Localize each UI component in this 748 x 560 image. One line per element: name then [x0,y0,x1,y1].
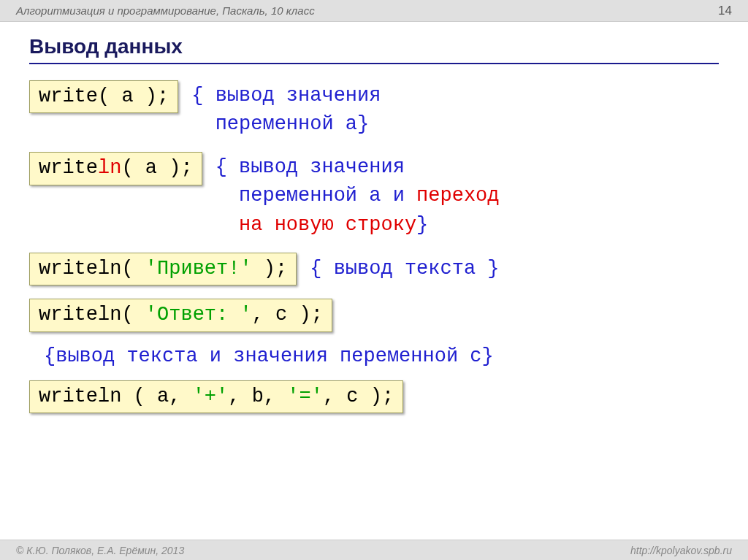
row-writeln-answer: writeln( 'Ответ: ', c ); [29,299,719,331]
code-text: write( a ); [39,85,169,107]
page-number: 14 [718,4,732,18]
code-text: , c ); [252,304,323,326]
code-text: , c ); [323,386,394,407]
code-ln: ln [98,157,121,179]
code-text: writeln ( a, [39,386,193,407]
footer-bar: © К.Ю. Поляков, Е.А. Ерёмин, 2013 http:/… [0,540,748,560]
code-text: ); [252,258,288,280]
footer-url: http://kpolyakov.spb.ru [630,545,732,556]
code-writeln-expr: writeln ( a, '+', b, '=', c ); [29,380,403,413]
comment-line: переменной a} [191,110,381,139]
code-text: ( a ); [121,157,192,179]
row-writeln-expr: writeln ( a, '+', b, '=', c ); [29,380,719,413]
code-string: '+' [193,386,229,407]
code-writeln-text: writeln( 'Привет!' ); [29,253,297,285]
row-writeln: writeln( a ); { вывод значения переменно… [29,152,719,239]
comment-line: { вывод значения [191,82,381,110]
comment-writeln: { вывод значения переменной a и переход … [215,152,500,239]
code-text: write [39,157,98,179]
comment-text-and-var: {вывод текста и значения переменной c} [44,345,719,367]
header-title: Алгоритмизация и программирование, Паска… [16,4,315,17]
code-text: writeln( [39,258,145,280]
code-writeln: writeln( a ); [29,152,202,185]
code-string: '=' [287,386,323,407]
code-text: , b, [228,386,287,407]
slide-title: Вывод данных [29,35,719,64]
row-write: write( a ); { вывод значения переменной … [29,80,719,139]
row-writeln-text: writeln( 'Привет!' ); { вывод текста } [29,253,719,285]
code-write: write( a ); [29,80,178,113]
comment-line: переменной a и переход [215,182,500,210]
comment-write: { вывод значения переменной a} [191,80,381,139]
code-writeln-answer: writeln( 'Ответ: ', c ); [29,299,332,331]
comment-writeln-text: { вывод текста } [310,255,499,283]
header-bar: Алгоритмизация и программирование, Паска… [0,0,748,22]
footer-copyright: © К.Ю. Поляков, Е.А. Ерёмин, 2013 [16,545,184,556]
comment-line: на новую строку} [215,211,500,239]
content: Вывод данных write( a ); { вывод значени… [0,22,748,413]
code-text: writeln( [39,304,145,326]
code-string: 'Привет!' [145,258,252,280]
code-string: 'Ответ: ' [145,304,252,326]
comment-line: { вывод значения [215,153,500,182]
